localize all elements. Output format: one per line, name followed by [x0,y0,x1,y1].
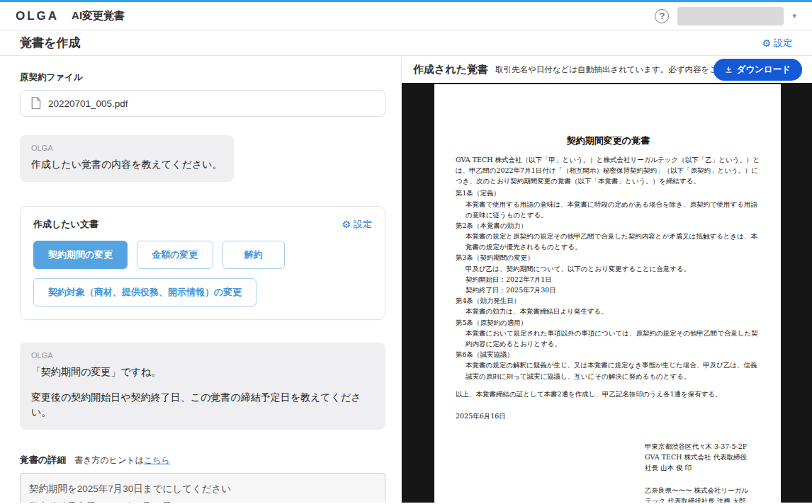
page-title: 覚書を作成 [20,35,80,51]
assistant-message-line: 変更後の契約開始日や契約終了日、この覚書の締結予定日を教えてください。 [31,390,374,420]
main-content: 原契約ファイル 20220701_005.pdf OLGA 作成したい覚書の内容… [0,56,812,503]
doc-type-card-header: 作成したい文書 ⚙ 設定 [33,218,372,231]
article-end-date: 契約終了日：2025年7月30日 [456,285,761,295]
result-header: 作成された覚書 取引先名や日付などは自動抽出されています。必ず内容をご確認くださ… [402,56,812,83]
page-settings-link[interactable]: ⚙ 設定 [762,37,792,50]
article-start-date: 契約開始日：2022年7月1日 [456,274,761,285]
topbar-right: ? ▾ [655,7,796,25]
article-body: 本覚書で使用する用語の意味は、本覚書に特段の定めがある場合を除き、原契約で使用す… [456,199,761,220]
memo-details-label: 覚書の詳細 [20,454,66,466]
document-article: 第2条（本覚書の効力） 本覚書の規定と原契約の規定その他甲乙間で合意した契約内容… [456,220,761,253]
doc-type-option-cancellation[interactable]: 解約 [222,241,285,269]
hint-prefix: 書き方のヒントは [74,455,144,465]
memo-details-header: 覚書の詳細 書き方のヒントはこちら [20,454,385,466]
article-body: 本覚書の規定の解釈に疑義が生じ、又は本覚書に規定なき事態が生じた場合、甲及び乙は… [456,360,761,381]
document-article: 第3条（契約期間の変更） 甲及び乙は、契約期間について、以下のとおり変更すること… [456,252,761,295]
doc-type-option-contract-subject[interactable]: 契約対象（商材、提供役務、開示情報）の変更 [33,278,256,307]
document-article: 第1条（定義） 本覚書で使用する用語の意味は、本覚書に特段の定めがある場合を除き… [456,188,761,220]
article-heading: 第4条（効力発生日） [456,295,761,306]
gear-icon: ⚙ [342,219,351,229]
memo-details-textarea[interactable]: 契約期間を2025年7月30日までにしてください 覚書締結予定日は2025年6月… [20,473,385,503]
document-closing: 以上、本覚書締結の証として本書2通を作成し、甲乙記名捺印のうえ各1通を保有する。 [456,389,761,399]
assistant-message-bubble: OLGA 作成したい覚書の内容を教えてください。 [20,135,234,182]
app-title: AI変更覚書 [72,9,125,23]
document-intro: GVA TECH 株式会社（以下「甲」という。）と株式会社リーガルテック（以下「… [456,154,761,187]
doc-type-card-title: 作成したい文書 [33,218,98,231]
result-panel: 作成された覚書 取引先名や日付などは自動抽出されています。必ず内容をご確認くださ… [402,56,812,503]
original-contract-label: 原契約ファイル [20,71,385,84]
doc-type-settings-label: 設定 [354,218,372,231]
generated-document-page: 契約期間変更の覚書 GVA TECH 株式会社（以下「甲」という。）と株式会社リ… [434,84,781,503]
result-note: 取引先名や日付などは自動抽出されています。必ず内容をご確認ください。 [495,64,713,75]
document-title: 契約期間変更の覚書 [456,134,761,149]
article-body: 本覚書において規定された事項以外の事項については、原契約の規定その他甲乙間で合意… [456,328,761,349]
article-heading: 第3条（契約期間の変更） [456,252,761,263]
document-viewer[interactable]: 契約期間変更の覚書 GVA TECH 株式会社（以下「甲」という。）と株式会社リ… [402,83,812,503]
doc-type-card: 作成したい文書 ⚙ 設定 契約期間の変更 金額の変更 解約 契約対象（商材、提供… [20,206,385,320]
user-account-box[interactable] [677,7,784,25]
assistant-sender-label: OLGA [31,144,222,152]
original-contract-file-card[interactable]: 20220701_005.pdf [20,90,385,117]
chat-panel: 原契約ファイル 20220701_005.pdf OLGA 作成したい覚書の内容… [0,56,402,503]
signature-party-kou: 甲東京都渋谷区代々木 3-37-5-2F GVA TECH 株式会社 代表取締役… [645,441,751,474]
download-button[interactable]: ダウンロード [714,59,802,81]
hint-link[interactable]: こちら [144,455,170,465]
article-heading: 第6条（誠実協議） [456,349,761,360]
article-heading: 第1条（定義） [456,188,761,198]
assistant-message-bubble: OLGA 「契約期間の変更」ですね。 変更後の契約開始日や契約終了日、この覚書の… [20,343,385,430]
page-settings-label: 設定 [774,37,792,50]
doc-type-option-contract-period[interactable]: 契約期間の変更 [33,241,128,269]
doc-type-options-row-1: 契約期間の変更 金額の変更 解約 [33,241,372,269]
download-icon [725,66,733,74]
doc-type-options-row-2: 契約対象（商材、提供役務、開示情報）の変更 [33,278,372,307]
assistant-message-text: 作成したい覚書の内容を教えてください。 [31,157,222,172]
document-article: 第6条（誠実協議） 本覚書の規定の解釈に疑義が生じ、又は本覚書に規定なき事態が生… [456,349,761,382]
assistant-message-line: 「契約期間の変更」ですね。 [31,365,374,379]
assistant-message-text: 「契約期間の変更」ですね。 変更後の契約開始日や契約終了日、この覚書の締結予定日… [31,365,374,420]
chevron-down-icon[interactable]: ▾ [792,11,796,21]
page-header: 覚書を作成 ⚙ 設定 [0,30,812,56]
article-body: 本覚書の規定と原契約の規定その他甲乙間で合意した契約内容とが矛盾又は抵触するとき… [456,231,761,252]
olga-logo: OLGA [16,9,59,23]
gear-icon: ⚙ [762,38,771,48]
signature-block: 甲東京都渋谷区代々木 3-37-5-2F GVA TECH 株式会社 代表取締役… [645,441,751,503]
download-button-label: ダウンロード [737,64,791,76]
help-icon[interactable]: ? [655,9,669,23]
assistant-sender-label: OLGA [31,351,374,360]
article-heading: 第2条（本覚書の効力） [456,220,761,231]
doc-type-settings-link[interactable]: ⚙ 設定 [342,218,372,231]
app-window: OLGA AI変更覚書 ? ▾ 覚書を作成 ⚙ 設定 原契約ファイル [0,0,812,503]
doc-type-option-amount[interactable]: 金額の変更 [137,241,213,269]
document-article: 第4条（効力発生日） 本覚書の効力は、本覚書締結日より発生する。 [456,295,761,316]
hint-text: 書き方のヒントはこちら [74,454,170,466]
signature-party-otsu: 乙奈良県〜〜〜 株式会社リーガルテック 代表取締役社長 法務 太郎 印 [645,485,751,503]
article-body: 本覚書の効力は、本覚書締結日より発生する。 [456,306,761,316]
article-heading: 第5条（原契約の適用） [456,317,761,328]
article-body: 甲及び乙は、契約期間について、以下のとおり変更することに合意する。 [456,263,761,274]
file-icon [30,97,41,110]
original-contract-file-name: 20220701_005.pdf [48,98,128,109]
document-date: 2025年6月16日 [456,411,761,421]
document-article: 第5条（原契約の適用） 本覚書において規定された事項以外の事項については、原契約… [456,317,761,350]
topbar: OLGA AI変更覚書 ? ▾ [0,2,812,30]
result-title: 作成された覚書 [413,63,488,76]
